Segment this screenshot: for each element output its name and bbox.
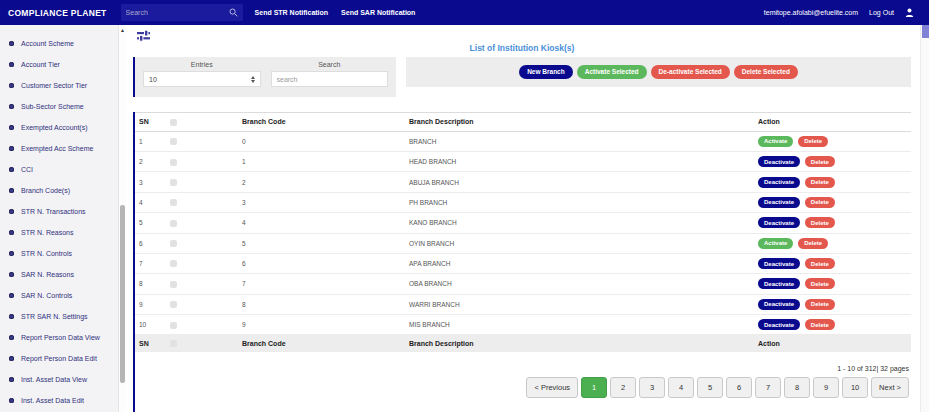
row-checkbox[interactable]	[170, 301, 177, 308]
toggle-active-button[interactable]: Deactivate	[758, 278, 800, 289]
toggle-active-button[interactable]: Deactivate	[758, 197, 800, 208]
page-number-button[interactable]: 1	[581, 377, 607, 398]
delete-button[interactable]: Delete	[805, 299, 835, 310]
delete-button[interactable]: Delete	[805, 177, 835, 188]
sidebar-scrollbar[interactable]: ▲	[118, 25, 126, 412]
page-number-button[interactable]: 8	[784, 377, 810, 398]
bullet-icon	[9, 293, 14, 298]
row-checkbox[interactable]	[170, 199, 177, 206]
table-search-input[interactable]	[277, 76, 383, 83]
user-icon	[905, 8, 914, 17]
topbar-link[interactable]: Send SAR Notification	[341, 9, 415, 16]
delete-button[interactable]: Delete	[805, 197, 835, 208]
delete-button[interactable]: Delete	[798, 238, 828, 249]
toggle-active-button[interactable]: Deactivate	[758, 258, 800, 269]
delete-button[interactable]: Delete	[805, 278, 835, 289]
bulk-action-button[interactable]: De-activate Selected	[651, 65, 730, 79]
sidebar-item-label: Report Person Data Edit	[21, 355, 97, 362]
bulk-actions-panel: New BranchActivate SelectedDe-activate S…	[406, 57, 911, 87]
filter-sliders-icon[interactable]	[136, 29, 152, 42]
sidebar-item[interactable]: Branch Code(s)	[0, 180, 118, 201]
page-scrollbar-thumb[interactable]	[922, 25, 929, 38]
row-sn: 9	[135, 294, 166, 314]
row-checkbox[interactable]	[170, 281, 177, 288]
row-checkbox[interactable]	[170, 322, 177, 329]
scroll-up-arrow-icon[interactable]: ▲	[119, 27, 126, 33]
row-checkbox-cell	[166, 172, 238, 192]
delete-button[interactable]: Delete	[805, 217, 835, 228]
sidebar-item[interactable]: SAR N. Controls	[0, 285, 118, 306]
sidebar-item[interactable]: Account Tier	[0, 54, 118, 75]
topbar-link[interactable]: Send STR Notification	[255, 9, 329, 16]
row-checkbox[interactable]	[170, 260, 177, 267]
sidebar-scrollbar-thumb[interactable]	[120, 205, 125, 383]
row-checkbox-cell	[166, 315, 238, 335]
bulk-action-button[interactable]: New Branch	[519, 65, 573, 79]
row-checkbox-cell	[166, 192, 238, 212]
toggle-active-button[interactable]: Activate	[758, 136, 793, 147]
next-page-button[interactable]: Next >	[871, 377, 909, 398]
row-checkbox[interactable]	[170, 220, 177, 227]
row-checkbox[interactable]	[170, 159, 177, 166]
page-number-button[interactable]: 5	[697, 377, 723, 398]
toggle-active-button[interactable]: Activate	[758, 238, 793, 249]
row-checkbox[interactable]	[170, 179, 177, 186]
page-number-button[interactable]: 2	[610, 377, 636, 398]
table-footer-row: SN Branch Code Branch Description Action	[135, 335, 911, 352]
page-scrollbar[interactable]	[920, 25, 929, 412]
bulk-action-button[interactable]: Delete Selected	[734, 65, 798, 79]
sidebar-item[interactable]: Sub-Sector Scheme	[0, 96, 118, 117]
delete-button[interactable]: Delete	[805, 258, 835, 269]
page-number-button[interactable]: 7	[755, 377, 781, 398]
toggle-active-button[interactable]: Deactivate	[758, 319, 800, 330]
page-number-button[interactable]: 4	[668, 377, 694, 398]
toggle-active-button[interactable]: Deactivate	[758, 177, 800, 188]
sidebar-item[interactable]: STR SAR N. Settings	[0, 306, 118, 327]
sidebar-item[interactable]: Report Person Data Edit	[0, 348, 118, 369]
row-sn: 10	[135, 315, 166, 335]
row-branch-description: OYIN BRANCH	[405, 233, 754, 253]
row-checkbox[interactable]	[170, 138, 177, 145]
sidebar-item[interactable]: Account Scheme	[0, 33, 118, 54]
sidebar-item[interactable]: SAR N. Reasons	[0, 264, 118, 285]
previous-page-button[interactable]: < Previous	[526, 377, 578, 398]
global-search-input[interactable]	[126, 9, 229, 16]
page-number-button[interactable]: 9	[813, 377, 839, 398]
row-branch-code: 0	[238, 131, 405, 151]
sidebar-item-label: CCI	[21, 166, 33, 173]
sidebar-item[interactable]: Inst. Asset Data View	[0, 369, 118, 390]
main-content: List of Institution Kiosk(s) Entries 10 …	[126, 25, 920, 412]
sidebar-item[interactable]: CCI	[0, 159, 118, 180]
table-row: 1 0 BRANCH Activate Delete	[135, 131, 911, 151]
row-checkbox[interactable]	[170, 240, 177, 247]
page-number-button[interactable]: 10	[842, 377, 868, 398]
row-checkbox-cell	[166, 253, 238, 273]
global-search-box[interactable]	[121, 4, 243, 21]
logout-button[interactable]: Log Out	[869, 9, 894, 16]
toggle-active-button[interactable]: Deactivate	[758, 217, 800, 228]
page-number-button[interactable]: 6	[726, 377, 752, 398]
row-branch-description: OBA BRANCH	[405, 274, 754, 294]
entries-select[interactable]: 10	[143, 71, 261, 87]
sidebar-item[interactable]: Inst. Asset Data Edit	[0, 390, 118, 411]
toggle-active-button[interactable]: Deactivate	[758, 299, 800, 310]
sidebar-item[interactable]: Customer Sector Tier	[0, 75, 118, 96]
delete-button[interactable]: Delete	[805, 156, 835, 167]
sidebar-item[interactable]: Report Person Data View	[0, 327, 118, 348]
toggle-active-button[interactable]: Deactivate	[758, 156, 800, 167]
select-all-checkbox[interactable]	[170, 119, 177, 126]
row-checkbox-cell	[166, 274, 238, 294]
sidebar-item-label: Exempted Acc Scheme	[21, 145, 93, 152]
delete-button[interactable]: Delete	[805, 319, 835, 330]
footer-checkbox-box[interactable]	[170, 340, 177, 347]
sidebar-item[interactable]: STR N. Transactions	[0, 201, 118, 222]
sidebar-item[interactable]: STR N. Reasons	[0, 222, 118, 243]
branch-table-section: SN Branch Code Branch Description Action…	[133, 112, 911, 412]
sidebar-item-label: Inst. Asset Data Edit	[21, 397, 84, 404]
sidebar-item[interactable]: Exempted Acc Scheme	[0, 138, 118, 159]
delete-button[interactable]: Delete	[798, 136, 828, 147]
bulk-action-button[interactable]: Activate Selected	[577, 65, 647, 79]
sidebar-item[interactable]: Exempted Account(s)	[0, 117, 118, 138]
sidebar-item[interactable]: STR N. Controls	[0, 243, 118, 264]
page-number-button[interactable]: 3	[639, 377, 665, 398]
